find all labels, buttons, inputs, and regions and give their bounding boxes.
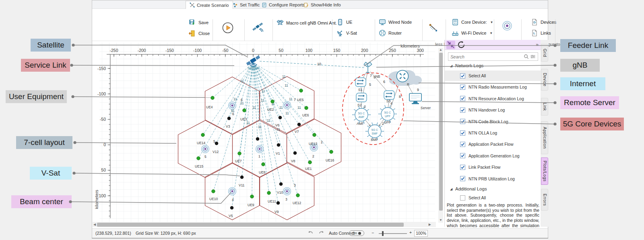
svg-text:kilometers: kilometers bbox=[400, 43, 420, 48]
side-tab-application[interactable]: Application bbox=[541, 121, 548, 154]
vsat-node[interactable] bbox=[279, 116, 282, 120]
ue-node[interactable] bbox=[262, 163, 265, 166]
close-button[interactable]: Close bbox=[189, 30, 210, 37]
filter-icon[interactable] bbox=[530, 54, 536, 59]
vsat-node[interactable] bbox=[293, 151, 297, 155]
vsat-node[interactable] bbox=[277, 201, 280, 205]
checkbox-checked[interactable] bbox=[460, 73, 465, 79]
vsat-node[interactable] bbox=[256, 137, 260, 141]
side-tab-device[interactable]: Device bbox=[541, 69, 548, 91]
vsat-node[interactable] bbox=[240, 176, 244, 179]
router-node[interactable] bbox=[397, 70, 409, 82]
search-input[interactable] bbox=[450, 54, 524, 59]
checkbox-checked[interactable] bbox=[460, 119, 465, 124]
core-device-button[interactable]: Core Device: ▼ bbox=[452, 19, 493, 26]
wired-node-button[interactable]: Wired Node bbox=[379, 19, 412, 26]
run-simulation-button[interactable] bbox=[222, 22, 234, 34]
tree-expand-icon[interactable]: ◢ bbox=[450, 64, 452, 68]
ue-node[interactable] bbox=[250, 195, 254, 199]
ue-node[interactable] bbox=[308, 161, 312, 164]
beam-center-button[interactable] bbox=[501, 20, 513, 32]
l2-switch-node[interactable] bbox=[356, 93, 367, 102]
search-box[interactable] bbox=[448, 52, 538, 61]
redo-icon[interactable] bbox=[318, 230, 325, 236]
ue-node[interactable] bbox=[238, 152, 242, 155]
ue-node[interactable] bbox=[211, 96, 215, 100]
side-tab-grid[interactable]: Grid bbox=[541, 44, 548, 62]
beam-center-node[interactable] bbox=[229, 188, 236, 195]
scroll-left-icon[interactable]: ◀ bbox=[93, 223, 96, 226]
router-button[interactable]: Router bbox=[379, 29, 402, 37]
checkbox-checked[interactable] bbox=[460, 108, 465, 113]
ue-node[interactable] bbox=[212, 190, 215, 193]
collapse-panel-icon[interactable] bbox=[446, 41, 455, 49]
save-button[interactable]: Save bbox=[189, 19, 208, 26]
tree-expand-icon[interactable]: ◢ bbox=[450, 187, 452, 191]
vsat-node[interactable] bbox=[297, 123, 301, 126]
ue-node[interactable] bbox=[267, 191, 271, 195]
wifi-device-button[interactable]: Wi-Fi Device ▼ bbox=[452, 29, 493, 37]
vsat-node[interactable] bbox=[215, 142, 219, 145]
l2-switch-node[interactable] bbox=[355, 78, 366, 87]
beam-center-node[interactable] bbox=[283, 101, 291, 109]
vsat-node[interactable] bbox=[279, 182, 283, 186]
network-logs-header[interactable]: Network Logs bbox=[455, 63, 483, 68]
vsat-node[interactable] bbox=[227, 117, 231, 120]
ue-button[interactable]: UE bbox=[336, 19, 352, 26]
scenario-canvas[interactable]: -250-200-150-100-50050100150200250300-15… bbox=[92, 41, 435, 222]
ue-node[interactable] bbox=[330, 150, 333, 154]
rapid-links-button[interactable]: L Links bbox=[531, 29, 551, 37]
panel-chevron-icon[interactable]: » bbox=[536, 42, 538, 48]
ue-node[interactable] bbox=[313, 133, 316, 137]
side-tab-errors[interactable]: Errors bbox=[541, 189, 548, 211]
auto-connect-toggle[interactable]: On bbox=[349, 230, 364, 236]
horizontal-scroll-thumb[interactable] bbox=[97, 223, 404, 227]
scroll-up-icon[interactable]: ▲ bbox=[439, 48, 442, 52]
zoom-slider[interactable] bbox=[379, 233, 407, 234]
checkbox-checked[interactable] bbox=[460, 165, 465, 170]
rapid-devices-button[interactable]: D Devices bbox=[531, 19, 556, 26]
ribbon-tab-show-hide-info[interactable]: Show/Hide Info bbox=[300, 1, 345, 9]
ue-node[interactable] bbox=[296, 194, 300, 197]
zoom-slider-thumb[interactable] bbox=[382, 231, 384, 236]
panel-vertical-scrollbar[interactable]: ▲ ▼ bbox=[438, 48, 443, 223]
vsat-node[interactable] bbox=[277, 143, 281, 147]
macro-cell-gnb-button[interactable]: Macro cell gNB Omni Ant. bbox=[277, 19, 337, 27]
beam-center-node[interactable] bbox=[256, 145, 264, 153]
beam-center-node[interactable] bbox=[283, 188, 291, 195]
side-tab-link[interactable]: Link bbox=[541, 98, 548, 116]
search-icon[interactable] bbox=[524, 54, 529, 59]
satellite-button[interactable] bbox=[252, 21, 264, 33]
undo-icon[interactable] bbox=[307, 230, 314, 236]
canvas-horizontal-scrollbar[interactable]: ◀ ▶ bbox=[93, 222, 436, 227]
checkbox-checked[interactable] bbox=[460, 130, 465, 136]
zoom-in-button[interactable]: + bbox=[409, 230, 412, 235]
zoom-out-button[interactable]: − bbox=[372, 230, 374, 235]
vsat-node[interactable] bbox=[230, 206, 234, 210]
ue-node[interactable] bbox=[305, 106, 308, 110]
vertical-scroll-thumb[interactable] bbox=[439, 53, 443, 211]
beam-center-node[interactable] bbox=[202, 145, 209, 153]
additional-logs-header[interactable]: Additional Logs bbox=[455, 186, 487, 191]
checkbox-checked[interactable] bbox=[460, 153, 465, 158]
ue-node[interactable] bbox=[243, 109, 246, 112]
ribbon-tab-create-scenario[interactable]: Create Scenario bbox=[186, 1, 233, 9]
checkbox-checked[interactable] bbox=[460, 142, 465, 147]
ue-node[interactable] bbox=[197, 157, 200, 160]
l2-switch-node[interactable] bbox=[384, 91, 394, 99]
ue-node[interactable] bbox=[299, 89, 303, 93]
zoom-level[interactable]: 100% bbox=[414, 230, 428, 237]
vsat-button[interactable]: V-Sat bbox=[336, 29, 357, 37]
checkbox-checked[interactable] bbox=[460, 85, 465, 90]
side-tab-plots-logs[interactable]: Plots/Logs bbox=[541, 157, 548, 185]
wired-wireless-links-button[interactable] bbox=[427, 22, 439, 34]
ue-node[interactable] bbox=[271, 100, 275, 103]
beam-center-node[interactable] bbox=[229, 102, 236, 110]
checkbox-checked[interactable] bbox=[460, 96, 465, 101]
refresh-icon[interactable] bbox=[457, 41, 466, 49]
scroll-down-icon[interactable]: ▼ bbox=[439, 218, 442, 222]
ue-node[interactable] bbox=[201, 133, 205, 137]
checkbox-unchecked[interactable] bbox=[460, 195, 465, 201]
checkbox-checked[interactable] bbox=[460, 176, 465, 181]
scroll-right-icon[interactable]: ▶ bbox=[429, 223, 431, 226]
